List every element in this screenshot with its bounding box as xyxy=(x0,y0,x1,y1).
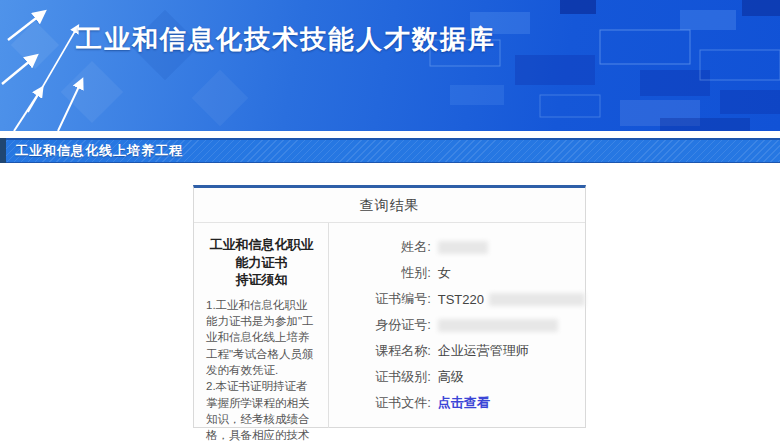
field-label-cert-no: 证书编号: xyxy=(329,290,431,308)
redacted-value-id-no xyxy=(438,319,558,332)
field-row-gender: 性别:女 xyxy=(329,260,585,286)
field-row-file: 证书文件:点击查看 xyxy=(329,390,585,416)
certificate-fields: 姓名:性别:女证书编号:TST220身份证号:课程名称:企业运营管理师证书级别:… xyxy=(329,223,585,428)
field-value-name xyxy=(438,241,488,254)
field-row-name: 姓名: xyxy=(329,234,585,260)
tech-squares-decoration xyxy=(430,0,780,131)
field-label-level: 证书级别: xyxy=(329,368,431,386)
field-row-course: 课程名称:企业运营管理师 xyxy=(329,338,585,364)
field-text-level: 高级 xyxy=(438,368,464,386)
field-label-id-no: 身份证号: xyxy=(329,316,431,334)
banner-decoration xyxy=(0,0,780,131)
section-title: 工业和信息化线上培养工程 xyxy=(15,142,183,160)
panel-body: 工业和信息化职业能力证书 持证须知 1.工业和信息化职业能力证书是为参加"工业和… xyxy=(194,223,585,428)
notice-text: 1.工业和信息化职业能力证书是为参加"工业和信息化线上培养工程"考试合格人员颁发… xyxy=(206,297,317,441)
notice-heading: 工业和信息化职业能力证书 持证须知 xyxy=(206,236,317,289)
notice-heading-line2: 持证须知 xyxy=(206,271,317,289)
field-row-id-no: 身份证号: xyxy=(329,312,585,338)
field-value-level: 高级 xyxy=(438,368,464,386)
panel-title: 查询结果 xyxy=(194,188,585,223)
query-result-panel: 查询结果 工业和信息化职业能力证书 持证须知 1.工业和信息化职业能力证书是为参… xyxy=(193,185,586,428)
certificate-notice: 工业和信息化职业能力证书 持证须知 1.工业和信息化职业能力证书是为参加"工业和… xyxy=(194,223,329,428)
field-label-course: 课程名称: xyxy=(329,342,431,360)
field-row-level: 证书级别:高级 xyxy=(329,364,585,390)
notice-heading-line1: 工业和信息化职业能力证书 xyxy=(206,236,317,271)
redacted-value-name xyxy=(438,241,488,254)
field-row-cert-no: 证书编号:TST220 xyxy=(329,286,585,312)
field-value-cert-no: TST220 xyxy=(438,292,585,307)
field-label-name: 姓名: xyxy=(329,238,431,256)
field-value-file: 点击查看 xyxy=(438,394,490,412)
field-label-file: 证书文件: xyxy=(329,394,431,412)
field-text-cert-no: TST220 xyxy=(438,292,484,307)
field-text-gender: 女 xyxy=(438,264,451,282)
field-value-gender: 女 xyxy=(438,264,451,282)
redacted-value-cert-no xyxy=(489,293,585,306)
site-title: 工业和信息化技术技能人才数据库 xyxy=(76,22,496,57)
view-certificate-link[interactable]: 点击查看 xyxy=(438,394,490,412)
notice-item-1: 1.工业和信息化职业能力证书是为参加"工业和信息化线上培养工程"考试合格人员颁发… xyxy=(206,297,317,379)
section-bar-edge xyxy=(0,138,6,163)
field-text-course: 企业运营管理师 xyxy=(438,342,529,360)
notice-item-2: 2.本证书证明持证者掌握所学课程的相关知识，经考核成绩合格，具备相应的技术技能水… xyxy=(206,378,317,441)
field-value-course: 企业运营管理师 xyxy=(438,342,529,360)
field-value-id-no xyxy=(438,319,558,332)
field-label-gender: 性别: xyxy=(329,264,431,282)
page-banner: 工业和信息化技术技能人才数据库 xyxy=(0,0,780,131)
section-bar: 工业和信息化线上培养工程 xyxy=(0,138,780,163)
